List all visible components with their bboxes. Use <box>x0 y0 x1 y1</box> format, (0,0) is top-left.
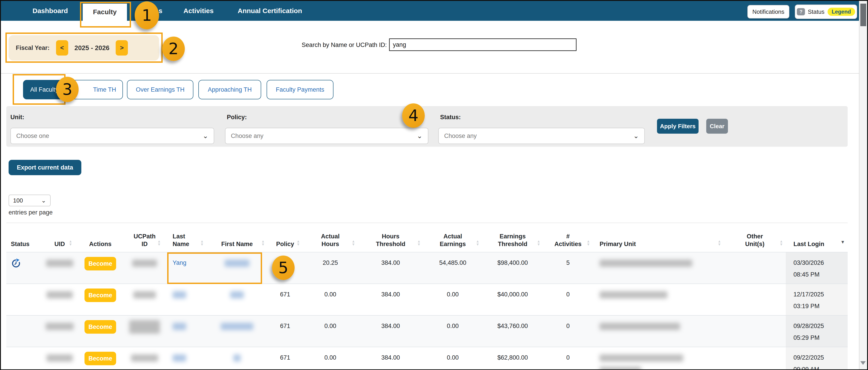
status-dropdown[interactable]: Choose any ⌄ <box>438 128 645 144</box>
export-current-data-button[interactable]: Export current data <box>8 160 81 175</box>
fiscal-year-prev-button[interactable]: < <box>56 40 68 56</box>
col-earnings-threshold[interactable]: Earnings Threshold ▲▼ <box>482 233 543 248</box>
nav-hidden-tab[interactable]: s <box>159 1 162 21</box>
sort-icon[interactable]: ▲▼ <box>297 240 300 246</box>
last-login-cell: 12/17/2025 03:19 PM <box>786 284 848 315</box>
callout-4: 4 <box>402 103 425 128</box>
policy-cell: 671 <box>268 284 303 315</box>
tab-over-earnings-th-label: Over Earnings TH <box>136 86 185 93</box>
last-login-cell: 09/28/2025 05:29 PM <box>786 315 848 347</box>
legend-badge: Legend <box>828 8 855 16</box>
tab-approaching-th[interactable]: Approaching TH <box>198 80 261 99</box>
col-actual-earnings[interactable]: Actual Earnings ▲▼ <box>423 233 482 248</box>
actions-cell: Become <box>75 347 126 370</box>
last-login-date: 09/22/2025 <box>794 352 848 364</box>
col-ucpath-id[interactable]: UCPath ID ▲▼ <box>126 233 163 248</box>
page-size-value: 100 <box>13 197 23 204</box>
clear-filters-button[interactable]: Clear <box>706 119 728 134</box>
status-label: Status <box>808 8 825 15</box>
actions-cell: Become <box>75 315 126 347</box>
primary-unit-cell-redacted <box>593 347 724 370</box>
hours-threshold-cell: 384.00 <box>358 284 423 315</box>
tab-faculty-payments-label: Faculty Payments <box>276 86 324 93</box>
apply-filters-button[interactable]: Apply Filters <box>657 119 699 134</box>
become-button[interactable]: Become <box>85 289 116 302</box>
scrollbar-thumb[interactable] <box>860 4 866 26</box>
sort-icon[interactable]: ▲▼ <box>351 240 355 246</box>
page-size-select[interactable]: 100 ⌄ <box>8 195 51 206</box>
fiscal-year-next-button[interactable]: > <box>116 40 128 56</box>
activities-cell: 0 <box>543 315 593 347</box>
nav-activities[interactable]: Activities <box>183 1 214 21</box>
nav-annual-certification[interactable]: Annual Certification <box>238 1 302 21</box>
col-first-name[interactable]: First Name ▲▼ <box>207 240 268 248</box>
col-other-units[interactable]: Other Unit(s) ▲▼ <box>724 233 786 248</box>
table-header: Status UID ▲▼ Actions UCPath ID ▲▼ Last … <box>6 223 848 253</box>
callout-1: 1 <box>135 1 159 29</box>
become-button[interactable]: Become <box>85 257 116 270</box>
sort-icon[interactable]: ▲▼ <box>717 240 721 246</box>
last-login-time: 08:45 PM <box>794 269 848 280</box>
pending-clock-icon <box>11 258 21 269</box>
status-legend-button[interactable]: ? Status Legend <box>795 4 857 19</box>
last-name-cell-redacted <box>163 315 207 347</box>
sort-icon[interactable]: ▲▼ <box>69 240 72 246</box>
actual-earnings-cell: 0.00 <box>423 315 482 347</box>
entries-per-page-label: entries per page <box>8 209 53 216</box>
sort-icon[interactable]: ▲▼ <box>587 240 590 246</box>
status-cell <box>6 315 44 347</box>
sort-desc-icon[interactable]: ▼ <box>840 240 845 244</box>
section-divider <box>1 73 867 74</box>
sort-icon[interactable]: ▲▼ <box>261 240 265 246</box>
col-actual-hours[interactable]: Actual Hours ▲▼ <box>303 233 358 248</box>
scroll-down-icon[interactable] <box>860 361 866 365</box>
sort-icon[interactable]: ▲▼ <box>476 240 479 246</box>
actual-hours-cell: 20.25 <box>303 253 358 283</box>
ucpath-cell-redacted <box>126 253 163 283</box>
unit-dropdown-value: Choose one <box>16 133 49 139</box>
col-activities[interactable]: # Activities ▲▼ <box>543 233 593 248</box>
policy-dropdown[interactable]: Choose any ⌄ <box>225 128 428 144</box>
search-input[interactable] <box>389 38 577 51</box>
earnings-threshold-cell: $98,400.00 <box>482 253 543 283</box>
hours-threshold-cell: 384.00 <box>358 315 423 347</box>
actions-cell: Become <box>75 253 126 283</box>
fiscal-year-selector: Fiscal Year: < 2025 - 2026 > <box>8 35 159 61</box>
col-last-login[interactable]: Last Login ▼ <box>786 240 848 248</box>
sort-icon[interactable]: ▲▼ <box>200 240 204 246</box>
col-uid[interactable]: UID ▲▼ <box>44 240 75 248</box>
vertical-scrollbar[interactable] <box>859 1 867 369</box>
sort-icon[interactable]: ▲▼ <box>157 240 161 246</box>
notifications-label: Notifications <box>752 8 784 15</box>
ucpath-cell-redacted <box>126 284 163 315</box>
col-primary-unit[interactable]: Primary Unit ▲▼ <box>593 240 724 248</box>
tab-over-earnings-th[interactable]: Over Earnings TH <box>127 80 193 99</box>
last-login-time: 09:09 AM <box>794 364 848 370</box>
nav-dashboard[interactable]: Dashboard <box>33 1 68 21</box>
sort-icon[interactable]: ▲▼ <box>417 240 421 246</box>
notifications-button[interactable]: Notifications <box>747 5 789 19</box>
fiscal-year-value: 2025 - 2026 <box>74 44 110 52</box>
last-login-time: 05:29 PM <box>794 332 848 344</box>
faculty-tab-label: Faculty <box>93 8 117 27</box>
nav-faculty-active-tab[interactable]: Faculty <box>83 4 127 27</box>
other-units-cell <box>724 284 786 315</box>
become-button[interactable]: Become <box>85 320 116 334</box>
col-hours-threshold[interactable]: Hours Threshold ▲▼ <box>358 233 423 248</box>
primary-unit-cell-redacted <box>593 284 724 315</box>
tab-all-faculty-label: All Faculty <box>30 86 59 93</box>
table-row: Become 671 0.00 384.00 0.00 $43,760.00 0… <box>6 315 848 347</box>
col-policy[interactable]: Policy ▲▼ <box>268 240 303 248</box>
tab-faculty-payments[interactable]: Faculty Payments <box>267 80 334 99</box>
chevron-down-icon: ⌄ <box>203 134 208 138</box>
col-last-name[interactable]: Last Name ▲▼ <box>163 233 207 248</box>
last-name-link[interactable]: Yang <box>173 259 186 266</box>
last-name-cell-redacted <box>163 347 207 370</box>
last-name-cell-redacted <box>163 284 207 315</box>
unit-dropdown[interactable]: Choose one ⌄ <box>10 128 214 144</box>
sort-icon[interactable]: ▲▼ <box>779 240 783 246</box>
become-button[interactable]: Become <box>85 352 116 365</box>
sort-icon[interactable]: ▲▼ <box>537 240 540 246</box>
earnings-threshold-cell: $43,760.00 <box>482 315 543 347</box>
uid-cell-redacted <box>44 284 75 315</box>
